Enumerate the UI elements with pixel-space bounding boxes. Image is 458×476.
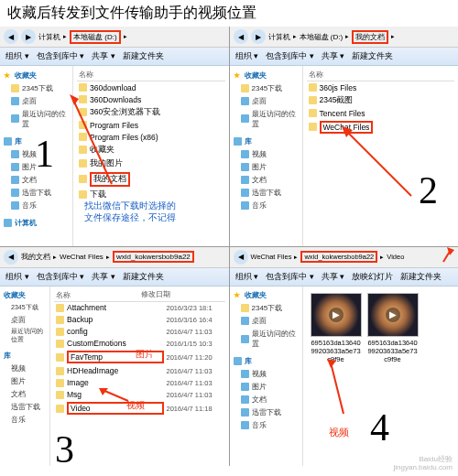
address-bar[interactable]: ◀ 我的文档 ▸ WeChat Files ▸ wxid_kokwersbob9… <box>0 247 229 268</box>
list-item[interactable]: Attachment2016/3/23 18:1 <box>54 302 225 314</box>
share-menu[interactable]: 共享 ▾ <box>322 271 345 283</box>
sidebar-item-pics[interactable]: 图片 <box>232 381 300 394</box>
sidebar-item-2345[interactable]: 2345下载 <box>2 302 48 314</box>
column-headers[interactable]: 名称 <box>77 69 225 81</box>
crumb-d[interactable]: 本地磁盘 (D:) <box>300 32 344 42</box>
back-icon[interactable]: ◀ <box>4 29 18 44</box>
share-menu[interactable]: 共享 ▾ <box>92 50 115 62</box>
computer-header[interactable]: 计算机 <box>2 216 71 229</box>
sidebar-item-xunlei[interactable]: 迅雷下载 <box>2 186 71 199</box>
sidebar-item-recent[interactable]: 最近访问的位置 <box>2 327 48 346</box>
list-item[interactable]: 收藏夹 <box>77 143 225 157</box>
list-item[interactable]: 360download <box>77 81 225 93</box>
sidebar-item-2345[interactable]: 2345下载 <box>2 81 71 94</box>
crumb-mydocs[interactable]: 我的文档 <box>21 252 50 262</box>
newfolder-btn[interactable]: 新建文件夹 <box>352 50 393 62</box>
sidebar-item-pics[interactable]: 图片 <box>232 160 300 173</box>
include-menu[interactable]: 包含到库中 ▾ <box>37 50 85 62</box>
list-item[interactable]: 360js Files <box>307 81 455 93</box>
fav-header[interactable]: ★收藏夹 <box>2 69 71 81</box>
fav-header[interactable]: 收藏夹 <box>2 289 48 302</box>
crumb-mydocs-highlight[interactable]: 我的文档 <box>352 30 388 44</box>
sidebar-item-docs[interactable]: 文档 <box>2 173 71 186</box>
share-menu[interactable]: 共享 ▾ <box>322 50 345 62</box>
list-item[interactable]: 360Downloads <box>77 93 225 105</box>
org-menu[interactable]: 组织 ▾ <box>5 271 29 283</box>
address-bar[interactable]: ◀ ▶ 计算机 ▸ 本地磁盘 (D:) ▸ 我的文档 ▸ <box>230 27 459 48</box>
fwd-icon[interactable]: ▶ <box>251 29 266 44</box>
list-item[interactable]: 我的图片 <box>77 157 225 170</box>
sidebar-item-music[interactable]: 音乐 <box>2 199 71 211</box>
back-icon[interactable]: ◀ <box>4 250 18 265</box>
sidebar-item-pics[interactable]: 图片 <box>2 375 48 388</box>
crumb-d-highlight[interactable]: 本地磁盘 (D:) <box>70 30 121 44</box>
address-bar[interactable]: ◀ ▶ 计算机 ▸ 本地磁盘 (D:) ▸ <box>0 27 229 48</box>
crumb-wechat[interactable]: WeChat Files <box>60 253 104 261</box>
crumb-wxid-highlight[interactable]: wxid_kokwersbob9a22 <box>113 251 194 263</box>
sidebar-item-videos[interactable]: 视频 <box>2 147 71 160</box>
include-menu[interactable]: 包含到库中 ▾ <box>37 271 85 283</box>
list-item[interactable]: config2016/4/7 11:03 <box>54 326 225 338</box>
list-item[interactable]: Tencent Files <box>307 107 455 119</box>
fwd-icon[interactable]: ▶ <box>21 29 36 44</box>
lib-header[interactable]: 库 <box>232 135 300 147</box>
org-menu[interactable]: 组织 ▾ <box>5 50 29 62</box>
fav-header[interactable]: ★收藏夹 <box>232 69 300 81</box>
newfolder-btn[interactable]: 新建文件夹 <box>400 271 442 283</box>
crumb-wxid-highlight[interactable]: wxid_kokwersbob9a22 <box>300 251 377 263</box>
crumb-wechat[interactable]: WeChat Files <box>251 253 292 261</box>
list-item[interactable]: HDHeadImage2016/4/7 11:03 <box>54 365 225 377</box>
sidebar-item-xunlei[interactable]: 迅雷下载 <box>2 401 48 414</box>
sidebar-item-desktop[interactable]: 桌面 <box>232 94 300 107</box>
list-item[interactable]: 我的文档 <box>77 170 225 188</box>
include-menu[interactable]: 包含到库中 ▾ <box>266 50 314 62</box>
include-menu[interactable]: 包含到库中 ▾ <box>266 271 314 283</box>
video-thumbnail[interactable]: 695163da1364099203633a5e73c9f9e <box>311 293 362 363</box>
org-menu[interactable]: 组织 ▾ <box>235 50 259 62</box>
sidebar-item-videos[interactable]: 视频 <box>2 362 48 375</box>
sidebar-item-recent[interactable]: 最近访问的位置 <box>232 328 300 351</box>
back-icon[interactable]: ◀ <box>234 29 248 44</box>
lib-header[interactable]: 库 <box>232 355 300 368</box>
org-menu[interactable]: 组织 ▾ <box>235 271 259 283</box>
crumb-computer[interactable]: 计算机 <box>38 32 60 42</box>
sidebar-item-docs[interactable]: 文档 <box>232 394 300 406</box>
video-thumbnail[interactable]: 695163da1364099203633a5e73c9f9e <box>367 293 419 363</box>
sidebar-item-desktop[interactable]: 桌面 <box>232 315 300 328</box>
back-icon[interactable]: ◀ <box>234 250 248 265</box>
address-bar[interactable]: ◀ WeChat Files ▸ wxid_kokwersbob9a22 ▸ V… <box>230 247 459 268</box>
column-headers[interactable]: 名称修改日期 <box>54 289 225 302</box>
sidebar-item-docs[interactable]: 文档 <box>2 388 48 401</box>
list-item[interactable]: Program Files (x86) <box>77 131 225 143</box>
sidebar-item-videos[interactable]: 视频 <box>232 368 300 381</box>
sidebar-item-pics[interactable]: 图片 <box>2 160 71 173</box>
sidebar-item-music[interactable]: 音乐 <box>232 419 300 432</box>
column-headers[interactable]: 名称 <box>307 69 455 81</box>
newfolder-btn[interactable]: 新建文件夹 <box>123 50 164 62</box>
sidebar-item-2345[interactable]: 2345下载 <box>232 81 300 94</box>
fav-header[interactable]: ★收藏夹 <box>232 289 300 302</box>
sidebar-item-desktop[interactable]: 桌面 <box>2 314 48 327</box>
list-item[interactable]: 2345截图 <box>307 93 455 107</box>
list-item[interactable]: Program Files <box>77 119 225 131</box>
sidebar-item-videos[interactable]: 视频 <box>232 147 300 160</box>
list-item[interactable]: 360安全浏览器下载 <box>77 105 225 119</box>
list-item[interactable]: Backup2016/3/16 16:4 <box>54 314 225 326</box>
sidebar-item-2345[interactable]: 2345下载 <box>232 302 300 315</box>
crumb-video[interactable]: Video <box>387 253 404 261</box>
sidebar-item-xunlei[interactable]: 迅雷下载 <box>232 406 300 419</box>
sidebar-item-recent[interactable]: 最近访问的位置 <box>232 107 300 130</box>
lib-header[interactable]: 库 <box>2 135 71 147</box>
lib-header[interactable]: 库 <box>2 350 48 362</box>
sidebar-item-recent[interactable]: 最近访问的位置 <box>2 107 71 130</box>
sidebar-item-desktop[interactable]: 桌面 <box>2 94 71 107</box>
sidebar-item-music[interactable]: 音乐 <box>232 199 300 211</box>
list-item[interactable]: 下载 <box>77 188 225 201</box>
share-menu[interactable]: 共享 ▾ <box>92 271 115 283</box>
slideshow-btn[interactable]: 放映幻灯片 <box>352 271 393 283</box>
sidebar-item-xunlei[interactable]: 迅雷下载 <box>232 186 300 199</box>
newfolder-btn[interactable]: 新建文件夹 <box>123 271 164 283</box>
sidebar-item-docs[interactable]: 文档 <box>232 173 300 186</box>
sidebar-item-music[interactable]: 音乐 <box>2 414 48 427</box>
crumb-computer[interactable]: 计算机 <box>268 32 290 42</box>
